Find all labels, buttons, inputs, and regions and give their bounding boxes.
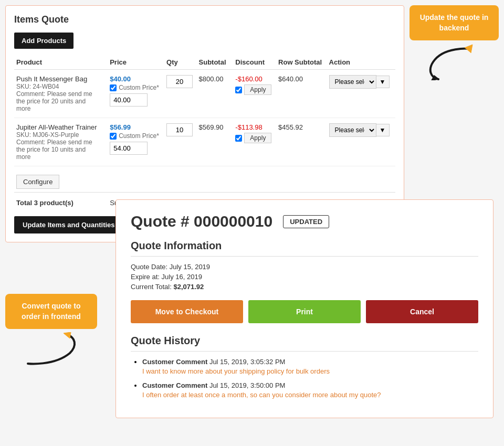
history-section: Quote History Customer Comment Jul 15, 2… bbox=[131, 335, 478, 399]
product-row-subtotal-2: $455.92 bbox=[276, 118, 327, 166]
custom-price-label-2: Custom Price* bbox=[119, 132, 159, 140]
annotation-backend-bubble: Update the quote in backend bbox=[410, 5, 499, 40]
frontend-arrow-container bbox=[5, 332, 97, 370]
comment-label-2: Customer Comment bbox=[142, 381, 207, 389]
product-price-1: $40.00 Custom Price* bbox=[108, 70, 164, 118]
product-action-1: Please sele ▼ bbox=[327, 70, 395, 118]
annotation-frontend: Convert quote to order in frontend bbox=[5, 294, 97, 370]
product-action-2: Please sele ▼ bbox=[327, 118, 395, 166]
product-discount-1: -$160.00 Apply bbox=[233, 70, 276, 118]
annotation-frontend-text: Convert quote to order in frontend bbox=[22, 302, 81, 321]
product-sku-1: SKU: 24-WB04 bbox=[16, 83, 106, 90]
backend-arrow-icon bbox=[423, 44, 486, 80]
apply-button-1[interactable]: Apply bbox=[244, 84, 271, 95]
action-select-2[interactable]: Please sele bbox=[329, 123, 376, 137]
comment-date-1: Jul 15, 2019, 3:05:32 PM bbox=[209, 358, 286, 366]
product-sku-2: SKU: MJ06-XS-Purple bbox=[16, 131, 106, 139]
action-dropdown-btn-2[interactable]: ▼ bbox=[376, 124, 390, 136]
product-comment-2: Comment: Please send me the price for 10… bbox=[16, 139, 100, 161]
apply-checkbox-1[interactable] bbox=[235, 87, 242, 93]
list-item: Customer Comment Jul 15, 2019, 3:50:00 P… bbox=[142, 381, 478, 399]
col-discount: Discount bbox=[233, 55, 276, 70]
annotation-frontend-bubble: Convert quote to order in frontend bbox=[5, 294, 97, 329]
custom-price-checkbox-1[interactable] bbox=[110, 84, 117, 91]
comment-date-2: Jul 15, 2019, 3:50:00 PM bbox=[209, 381, 286, 389]
product-name-1: Push It Messenger Bag bbox=[16, 75, 106, 83]
custom-price-label-1: Custom Price* bbox=[119, 84, 159, 91]
configure-row: Configure bbox=[14, 166, 395, 193]
quote-header: Quote # 000000010 UPDATED bbox=[131, 213, 478, 230]
action-buttons: Move to Checkout Print Cancel bbox=[131, 300, 478, 323]
custom-price-input-1[interactable] bbox=[110, 93, 148, 107]
product-info-2: Jupiter All-Weather Trainer SKU: MJ06-XS… bbox=[14, 118, 108, 166]
qty-input-2[interactable] bbox=[166, 123, 193, 136]
cancel-button[interactable]: Cancel bbox=[366, 300, 478, 323]
row-subtotal-2: $455.92 bbox=[278, 123, 303, 131]
product-info-1: Push It Messenger Bag SKU: 24-WB04 Comme… bbox=[14, 70, 108, 118]
comment-text-2: I often order at least once a month, so … bbox=[142, 391, 478, 399]
action-select-1[interactable]: Please sele bbox=[329, 75, 376, 89]
col-product: Product bbox=[14, 55, 108, 70]
product-comment-1: Comment: Please send me the price for 20… bbox=[16, 90, 100, 112]
updated-badge: UPDATED bbox=[283, 215, 329, 228]
svg-marker-1 bbox=[64, 332, 71, 338]
qty-input-1[interactable] bbox=[166, 75, 193, 88]
list-item: Customer Comment Jul 15, 2019, 3:05:32 P… bbox=[142, 358, 478, 375]
col-price: Price bbox=[108, 55, 164, 70]
print-button[interactable]: Print bbox=[248, 300, 361, 323]
product-subtotal-2: $569.90 bbox=[197, 118, 234, 166]
configure-button[interactable]: Configure bbox=[16, 175, 59, 189]
table-row: Jupiter All-Weather Trainer SKU: MJ06-XS… bbox=[14, 118, 395, 166]
quote-info-title: Quote Information bbox=[131, 240, 478, 257]
quote-info: Quote Date: July 15, 2019 Expire at: Jul… bbox=[131, 263, 478, 291]
custom-price-input-2[interactable] bbox=[110, 142, 148, 155]
apply-button-2[interactable]: Apply bbox=[244, 133, 271, 143]
product-qty-2 bbox=[164, 118, 197, 166]
subtotal-val-1: $800.00 bbox=[199, 75, 224, 83]
col-action: Action bbox=[327, 55, 395, 70]
current-total: Current Total: $2,071.92 bbox=[131, 283, 478, 291]
price-original-1: $40.00 bbox=[110, 75, 162, 83]
frontend-arrow-icon bbox=[17, 332, 86, 369]
quote-date: Quote Date: July 15, 2019 bbox=[131, 263, 478, 271]
quote-number: Quote # 000000010 bbox=[131, 213, 272, 230]
checkout-button[interactable]: Move to Checkout bbox=[131, 300, 243, 323]
backend-panel-title: Items Quote bbox=[14, 14, 395, 25]
discount-neg-2: -$113.98 bbox=[235, 123, 262, 131]
col-row-subtotal: Row Subtotal bbox=[276, 55, 327, 70]
comment-text-1: I want to know more about your shipping … bbox=[142, 367, 478, 375]
annotation-backend: Update the quote in backend bbox=[410, 5, 499, 82]
col-qty: Qty bbox=[164, 55, 197, 70]
frontend-panel: Quote # 000000010 UPDATED Quote Informat… bbox=[116, 199, 494, 418]
price-original-2: $56.99 bbox=[110, 123, 162, 131]
items-table: Product Price Qty Subtotal Discount Row … bbox=[14, 55, 395, 210]
product-discount-2: -$113.98 Apply bbox=[233, 118, 276, 166]
expire-date: Expire at: July 16, 2019 bbox=[131, 273, 478, 281]
action-dropdown-btn-1[interactable]: ▼ bbox=[376, 76, 390, 88]
totals-label: Total 3 product(s) bbox=[14, 193, 108, 210]
history-list: Customer Comment Jul 15, 2019, 3:05:32 P… bbox=[131, 358, 478, 399]
product-row-subtotal-1: $640.00 bbox=[276, 70, 327, 118]
table-row: Push It Messenger Bag SKU: 24-WB04 Comme… bbox=[14, 70, 395, 118]
add-products-button[interactable]: Add Products bbox=[14, 33, 74, 49]
subtotal-val-2: $569.90 bbox=[199, 123, 224, 131]
discount-neg-1: -$160.00 bbox=[235, 75, 262, 83]
update-items-button[interactable]: Update Items and Quantities bbox=[14, 216, 123, 233]
product-qty-1 bbox=[164, 70, 197, 118]
product-name-2: Jupiter All-Weather Trainer bbox=[16, 123, 106, 131]
annotation-backend-text: Update the quote in backend bbox=[420, 13, 489, 32]
product-price-2: $56.99 Custom Price* bbox=[108, 118, 164, 166]
apply-checkbox-2[interactable] bbox=[235, 135, 242, 142]
comment-label-1: Customer Comment bbox=[142, 358, 207, 366]
product-subtotal-1: $800.00 bbox=[197, 70, 234, 118]
row-subtotal-1: $640.00 bbox=[278, 75, 303, 83]
history-title: Quote History bbox=[131, 335, 478, 352]
col-subtotal: Subtotal bbox=[197, 55, 234, 70]
backend-arrow-container bbox=[410, 44, 499, 82]
custom-price-checkbox-2[interactable] bbox=[110, 133, 117, 140]
